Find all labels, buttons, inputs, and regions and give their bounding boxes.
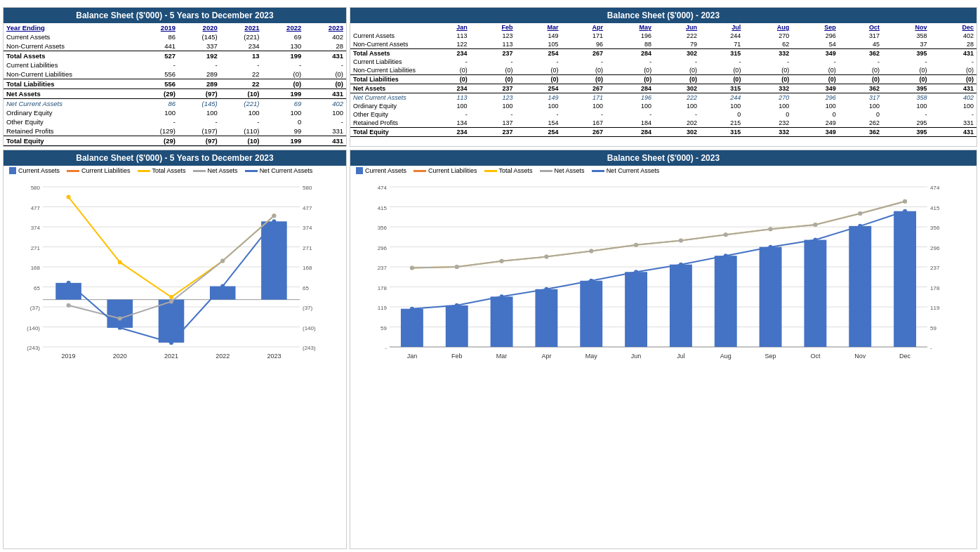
legend-label-current-liabilities: Current Liabilities [81,167,131,174]
row-value: 171 [562,93,607,103]
row-label: Current Liabilities [4,60,136,70]
col-header: Feb [470,23,516,32]
row-value: - [562,110,607,119]
row-label: Net Assets [4,89,136,99]
row-value: 332 [743,49,792,58]
row-value: 431 [930,49,976,58]
row-value: 362 [839,84,882,93]
svg-text:168: 168 [31,265,41,271]
row-value: 234 [425,49,470,58]
right-table-title: Balance Sheet ($'000) - 2023 [350,8,976,23]
row-value: (110) [220,126,263,136]
svg-text:65: 65 [303,285,309,291]
svg-text:119: 119 [378,305,388,311]
svg-point-128 [903,209,907,213]
svg-text:2023: 2023 [267,353,281,360]
row-value: 234 [220,41,263,51]
svg-point-126 [813,238,817,242]
row-label: Total Liabilities [4,79,136,89]
charts-row: Balance Sheet ($'000) - 5 Years to Decem… [3,150,977,549]
right-chart-legend: Current Assets Current Liabilities Total… [350,166,976,176]
row-label: Total Assets [4,51,136,61]
svg-text:Jan: Jan [407,353,418,360]
svg-text:119: 119 [930,305,940,311]
svg-text:59: 59 [380,325,387,331]
col-header: Jun [654,23,700,32]
svg-point-42 [272,213,276,218]
row-value: 71 [700,40,743,49]
row-value: (0) [562,66,607,75]
col-year-ending: Year Ending [4,23,136,32]
table-row: Current Liabilities----- [4,60,346,70]
svg-point-47 [272,219,276,223]
svg-text:2019: 2019 [62,353,76,360]
row-value: (0) [882,75,930,84]
col-2019: 2019 [136,23,178,32]
row-value: - [654,110,700,119]
svg-rect-30 [159,300,185,343]
col-header: Mar [516,23,562,32]
row-label: Non-Current Assets [350,40,425,49]
row-label: Current Assets [350,32,425,40]
row-label: Other Equity [350,110,425,119]
svg-point-127 [858,224,862,228]
row-label: Non-Current Assets [4,41,136,51]
row-value: 402 [930,32,976,40]
row-value: - [882,110,930,119]
row-value: 249 [792,119,838,128]
table-row: Other Equity---0- [4,117,346,126]
row-value: 431 [930,84,976,93]
left-table-panel: Balance Sheet ($'000) - 5 Years to Decem… [3,7,347,147]
row-label: Total Liabilities [350,75,425,84]
table-row: Net Current Assets1131231491711962222442… [350,93,976,103]
table-row: Net Assets(29)(97)(10)199431 [4,89,346,99]
row-value: 0 [839,110,882,119]
svg-rect-83 [491,296,513,347]
table-row: Ordinary Equity100100100100100 [4,108,346,117]
row-value: 431 [930,128,976,137]
row-value: 262 [839,119,882,128]
table-row: Total Liabilities55628922(0)(0) [4,79,346,89]
row-value: 284 [606,128,654,137]
row-value: 137 [470,119,516,128]
row-value: - [262,60,304,70]
row-label: Current Liabilities [350,58,425,66]
row-value: 69 [262,99,304,109]
left-chart-legend: Current Assets Current Liabilities Total… [4,166,346,176]
legend-line-net-current-assets [245,170,258,172]
right-legend-total-assets: Total Assets [484,167,533,174]
row-value: 199 [262,89,304,99]
row-value: 349 [792,84,838,93]
left-table: Year Ending 2019 2020 2021 2022 2023 Cur… [4,23,346,146]
svg-point-106 [455,265,459,269]
row-value: (0) [743,66,792,75]
col-header: Jul [700,23,743,32]
svg-text:477: 477 [31,205,41,211]
svg-text:296: 296 [930,245,940,251]
row-value: 402 [304,99,346,109]
row-value: 199 [262,51,304,61]
row-label: Net Current Assets [4,99,136,109]
row-value: 100 [654,102,700,110]
row-value: - [220,60,263,70]
row-value: 54 [792,40,838,49]
row-label: Net Assets [350,84,425,93]
right-legend-line-net-current-assets [592,170,604,172]
svg-point-40 [169,299,173,303]
svg-text:474: 474 [378,185,388,191]
svg-text:Jul: Jul [677,353,685,360]
row-value: 100 [792,102,838,110]
svg-text:(243): (243) [303,345,316,351]
legend-label-current-assets: Current Assets [18,167,60,174]
row-value: (0) [839,66,882,75]
row-value: 296 [792,32,838,40]
table-row: Ordinary Equity1001001001001001001001001… [350,102,976,110]
table-row: Retained Profits(129)(197)(110)99331 [4,126,346,136]
row-value: (0) [930,75,976,84]
row-value: 113 [470,40,516,49]
row-value: (0) [743,75,792,84]
svg-point-124 [724,254,728,258]
row-value: 441 [136,41,178,51]
svg-point-114 [813,223,817,227]
row-value: (0) [792,75,838,84]
